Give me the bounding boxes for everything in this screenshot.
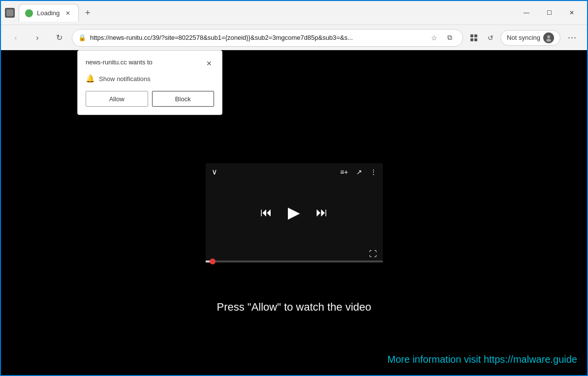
forward-button[interactable]: ›	[29, 29, 46, 47]
address-text: https://news-runitu.cc/39/?site=8022578&…	[90, 34, 423, 41]
tab-close-button[interactable]: ✕	[63, 9, 72, 18]
svg-rect-3	[470, 38, 473, 41]
popup-permission-text: Show notifications	[99, 75, 151, 83]
svg-rect-1	[470, 34, 473, 37]
close-button[interactable]: ✕	[560, 4, 583, 22]
bottom-link[interactable]: More information visit https://malware.g…	[387, 354, 577, 365]
popup-header: news-runitu.cc wants to ✕	[86, 58, 214, 68]
press-allow-text: Press "Allow" to watch the video	[217, 301, 371, 314]
title-bar: Loading ✕ + — ☐ ✕	[1, 1, 587, 25]
skip-next-button[interactable]: ⏭	[316, 205, 328, 219]
back-button[interactable]: ‹	[7, 29, 25, 47]
browser-frame: Loading ✕ + — ☐ ✕ ‹ › ↻ 🔒 https://news-r…	[0, 0, 588, 376]
svg-point-6	[546, 39, 551, 42]
allow-button[interactable]: Allow	[86, 91, 148, 107]
extensions-icon[interactable]	[467, 31, 481, 45]
block-button[interactable]: Block	[152, 91, 215, 107]
tab-title: Loading	[37, 9, 60, 17]
popup-close-button[interactable]: ✕	[204, 58, 214, 68]
maximize-button[interactable]: ☐	[538, 4, 560, 22]
fullscreen-button[interactable]: ⛶	[369, 250, 377, 259]
not-syncing-button[interactable]: Not syncing	[500, 30, 560, 46]
lock-icon: 🔒	[78, 34, 86, 41]
more-options-icon[interactable]: ⋮	[370, 168, 377, 176]
minimize-button[interactable]: —	[515, 4, 538, 22]
window-controls: — ☐ ✕	[515, 4, 583, 22]
svg-rect-4	[474, 38, 477, 41]
page-content: news-runitu.cc wants to ✕ 🔔 Show notific…	[1, 50, 587, 375]
refresh-button[interactable]: ↻	[50, 29, 68, 47]
nav-bar: ‹ › ↻ 🔒 https://news-runitu.cc/39/?site=…	[1, 25, 587, 50]
favorites-icon[interactable]: ☆	[427, 31, 441, 45]
video-bottom: ⛶	[206, 247, 383, 261]
share-icon[interactable]: ↗	[356, 168, 362, 176]
bell-icon: 🔔	[86, 74, 95, 83]
collections-icon[interactable]: ⧉	[443, 31, 457, 45]
address-bar[interactable]: 🔒 https://news-runitu.cc/39/?site=802257…	[72, 29, 463, 47]
play-button[interactable]: ▶	[288, 203, 300, 222]
notification-popup: news-runitu.cc wants to ✕ 🔔 Show notific…	[77, 50, 222, 115]
queue-icon[interactable]: ≡+	[340, 168, 348, 176]
popup-buttons: Allow Block	[86, 91, 214, 107]
browser-icon	[5, 8, 15, 18]
refresh-alt-icon[interactable]: ↺	[484, 31, 497, 45]
tab-area: Loading ✕ +	[19, 4, 511, 22]
video-player: ∨ ≡+ ↗ ⋮ ⏮ ▶ ⏭ ⛶	[206, 163, 383, 261]
menu-button[interactable]: ···	[563, 29, 581, 47]
progress-track	[206, 260, 383, 262]
active-tab[interactable]: Loading ✕	[19, 4, 79, 22]
video-top-right: ≡+ ↗ ⋮	[340, 168, 376, 176]
video-container: ∨ ≡+ ↗ ⋮ ⏮ ▶ ⏭ ⛶	[206, 163, 383, 261]
video-controls: ⏮ ▶ ⏭	[260, 203, 328, 222]
nav-extras: ↺ Not syncing ···	[467, 29, 581, 47]
progress-fill	[206, 260, 213, 262]
profile-avatar	[543, 32, 554, 43]
chevron-down-icon[interactable]: ∨	[212, 167, 217, 176]
progress-dot	[210, 259, 216, 264]
popup-permission: 🔔 Show notifications	[86, 74, 214, 83]
svg-rect-2	[474, 34, 477, 37]
svg-rect-0	[6, 9, 13, 16]
address-icons: ☆ ⧉	[427, 31, 457, 45]
video-top-bar: ∨ ≡+ ↗ ⋮	[206, 163, 383, 180]
popup-title: news-runitu.cc wants to	[86, 58, 153, 66]
not-syncing-label: Not syncing	[507, 34, 540, 41]
new-tab-button[interactable]: +	[81, 6, 94, 20]
tab-favicon	[25, 9, 33, 17]
skip-prev-button[interactable]: ⏮	[260, 205, 272, 219]
svg-point-5	[547, 35, 550, 38]
